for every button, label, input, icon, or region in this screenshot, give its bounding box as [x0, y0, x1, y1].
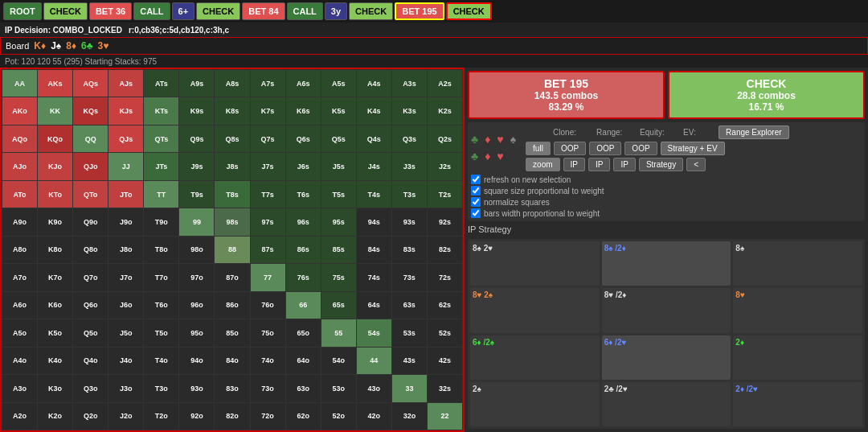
matrix-cell[interactable]: T3o	[144, 375, 178, 401]
matrix-cell[interactable]: Q2s	[428, 125, 462, 152]
matrix-cell[interactable]: ATo	[2, 181, 37, 208]
matrix-cell[interactable]: 53o	[321, 375, 356, 401]
matrix-cell[interactable]: K6o	[38, 292, 72, 319]
matrix-cell[interactable]: TT	[144, 181, 178, 208]
matrix-cell[interactable]: J6s	[286, 153, 321, 179]
nav-call-btn-1[interactable]: CALL	[133, 2, 170, 20]
matrix-cell[interactable]: 64o	[286, 348, 321, 374]
matrix-cell[interactable]: Q6s	[286, 125, 321, 152]
strategy-ev-btn[interactable]: Strategy + EV	[661, 142, 725, 155]
matrix-cell[interactable]: 72o	[251, 403, 285, 430]
full-btn[interactable]: full	[526, 142, 551, 155]
matrix-cell[interactable]: A2s	[428, 70, 462, 97]
matrix-cell[interactable]: 97s	[251, 208, 285, 235]
diamond-icon-2[interactable]: ♦	[485, 150, 490, 163]
matrix-cell[interactable]: K8s	[215, 97, 249, 124]
matrix-cell[interactable]: 64s	[357, 292, 391, 319]
matrix-cell[interactable]: 32o	[392, 403, 427, 430]
spade-icon-1[interactable]: ♠	[510, 133, 516, 146]
matrix-cell[interactable]: KK	[38, 97, 72, 124]
club-icon-1[interactable]: ♣	[471, 133, 478, 146]
matrix-cell[interactable]: 32s	[428, 375, 462, 401]
matrix-cell[interactable]: 52o	[321, 403, 356, 430]
card-cell-8[interactable]: 6♦ /2♥	[602, 335, 731, 380]
matrix-cell[interactable]: 63s	[392, 292, 427, 319]
nav-call-btn-2[interactable]: CALL	[287, 2, 323, 20]
matrix-cell[interactable]: KQs	[73, 97, 108, 124]
matrix-cell[interactable]: Q4s	[357, 125, 391, 152]
matrix-cell[interactable]: J3o	[108, 375, 143, 401]
matrix-cell[interactable]: K6s	[286, 97, 321, 124]
matrix-cell[interactable]: KJo	[38, 153, 72, 179]
matrix-cell[interactable]: A8s	[215, 70, 249, 97]
matrix-cell[interactable]: 55	[321, 319, 356, 346]
matrix-cell[interactable]: T4o	[144, 348, 178, 374]
matrix-cell[interactable]: A3s	[392, 70, 427, 97]
matrix-cell[interactable]: A2o	[2, 403, 37, 430]
nav-bet36-btn[interactable]: BET 36	[89, 2, 132, 20]
matrix-cell[interactable]: 86o	[215, 292, 249, 319]
nav-check-btn-3[interactable]: CHECK	[349, 2, 393, 20]
matrix-cell[interactable]: 74o	[251, 348, 285, 374]
nav-check-btn-1[interactable]: CHECK	[43, 2, 88, 20]
matrix-cell[interactable]: K3o	[38, 375, 72, 401]
matrix-cell[interactable]: 65o	[286, 319, 321, 346]
strategy-btn[interactable]: Strategy	[639, 158, 683, 171]
matrix-cell[interactable]: T8o	[144, 237, 178, 263]
card-cell-12[interactable]: 2♦ /2♥	[733, 382, 862, 426]
matrix-cell[interactable]: AKs	[38, 70, 72, 97]
matrix-cell[interactable]: AKo	[2, 97, 37, 124]
matrix-cell[interactable]: 92o	[179, 403, 214, 430]
matrix-cell[interactable]: A7o	[2, 264, 37, 290]
matrix-cell[interactable]: J9o	[108, 208, 143, 235]
nav-bet195-btn[interactable]: BET 195	[395, 2, 444, 20]
matrix-cell[interactable]: J6o	[108, 292, 143, 319]
matrix-cell[interactable]: K7s	[251, 97, 285, 124]
matrix-cell[interactable]: Q5s	[321, 125, 356, 152]
matrix-cell[interactable]: 74s	[357, 264, 391, 290]
matrix-cell[interactable]: KTs	[144, 97, 178, 124]
matrix-cell[interactable]: QJs	[108, 125, 143, 152]
matrix-cell[interactable]: Q9s	[179, 125, 214, 152]
matrix-cell[interactable]: 75o	[251, 319, 285, 346]
matrix-cell[interactable]: 54o	[321, 348, 356, 374]
nav-bet84-btn[interactable]: BET 84	[242, 2, 285, 20]
matrix-cell[interactable]: Q3o	[73, 375, 108, 401]
matrix-cell[interactable]: 52s	[428, 319, 462, 346]
matrix-cell[interactable]: J5s	[321, 153, 356, 179]
matrix-cell[interactable]: 73o	[251, 375, 285, 401]
matrix-cell[interactable]: J4o	[108, 348, 143, 374]
matrix-cell[interactable]: A5s	[321, 70, 356, 97]
matrix-cell[interactable]: 62o	[286, 403, 321, 430]
refresh-checkbox[interactable]	[471, 175, 481, 184]
matrix-cell[interactable]: JTo	[108, 181, 143, 208]
matrix-cell[interactable]: A6o	[2, 292, 37, 319]
matrix-cell[interactable]: T4s	[357, 181, 391, 208]
arrow-btn[interactable]: <	[686, 158, 706, 171]
matrix-cell[interactable]: 85o	[215, 319, 249, 346]
matrix-cell[interactable]: Q4o	[73, 348, 108, 374]
matrix-cell[interactable]: K8o	[38, 237, 72, 263]
matrix-cell[interactable]: K3s	[392, 97, 427, 124]
matrix-cell[interactable]: J7o	[108, 264, 143, 290]
matrix-cell[interactable]: 94s	[357, 208, 391, 235]
zoom-btn[interactable]: zoom	[526, 158, 559, 171]
matrix-cell[interactable]: 63o	[286, 375, 321, 401]
matrix-cell[interactable]: 96s	[286, 208, 321, 235]
card-cell-7[interactable]: 6♦ /2♠	[470, 335, 600, 380]
matrix-cell[interactable]: AJo	[2, 153, 37, 179]
heart-icon-1[interactable]: ♥	[497, 133, 503, 146]
matrix-cell[interactable]: ATs	[144, 70, 178, 97]
matrix-cell[interactable]: QTs	[144, 125, 178, 152]
matrix-cell[interactable]: K5o	[38, 319, 72, 346]
matrix-cell[interactable]: A5o	[2, 319, 37, 346]
matrix-cell[interactable]: K4s	[357, 97, 391, 124]
matrix-cell[interactable]: 86s	[286, 237, 321, 263]
matrix-cell[interactable]: A9s	[179, 70, 214, 97]
matrix-cell[interactable]: T5o	[144, 319, 178, 346]
matrix-cell[interactable]: J4s	[357, 153, 391, 179]
matrix-cell[interactable]: QJo	[73, 153, 108, 179]
card-cell-4[interactable]: 8♥ 2♠	[470, 288, 600, 332]
matrix-cell[interactable]: 62s	[428, 292, 462, 319]
matrix-cell[interactable]: 98s	[215, 208, 249, 235]
